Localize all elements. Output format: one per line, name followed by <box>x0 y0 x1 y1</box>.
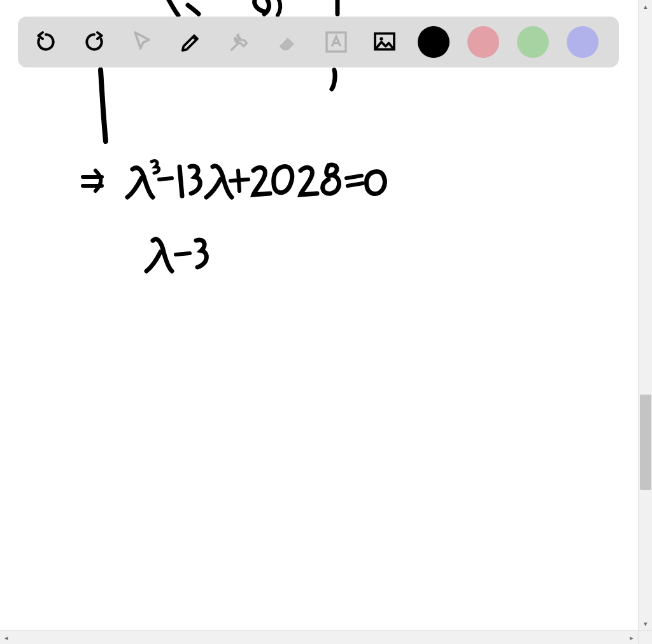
drawing-toolbar <box>18 17 619 67</box>
text-icon <box>323 29 349 55</box>
image-icon <box>372 29 397 55</box>
pencil-icon <box>178 29 204 55</box>
eraser-tool-button[interactable] <box>273 27 303 57</box>
whiteboard-canvas[interactable]: ⇒ λ² − 13λ + 2028 = 0 λ − 3 <box>0 0 637 629</box>
horizontal-scrollbar[interactable]: ◂ ▸ <box>0 630 638 644</box>
redo-button[interactable] <box>79 27 110 57</box>
svg-point-2 <box>379 37 383 40</box>
color-swatch-purple[interactable] <box>567 26 599 58</box>
scroll-right-button[interactable]: ▸ <box>625 631 638 644</box>
eraser-icon <box>275 29 301 55</box>
pencil-tool-button[interactable] <box>176 27 206 57</box>
handwriting-strokes <box>0 0 637 629</box>
text-tool-button[interactable] <box>321 27 351 57</box>
vertical-scroll-thumb[interactable] <box>640 395 651 490</box>
scroll-left-button[interactable]: ◂ <box>0 631 13 644</box>
redo-icon <box>82 29 107 55</box>
tools-button[interactable] <box>224 27 255 57</box>
tools-icon <box>227 29 252 55</box>
scroll-down-button[interactable]: ▾ <box>639 617 652 630</box>
scroll-up-button[interactable]: ▴ <box>639 0 652 13</box>
color-swatch-green[interactable] <box>517 26 549 58</box>
color-swatch-pink[interactable] <box>467 26 499 58</box>
pointer-tool-button[interactable] <box>127 27 158 57</box>
color-swatch-black[interactable] <box>418 26 450 58</box>
image-tool-button[interactable] <box>369 27 400 57</box>
pointer-icon <box>130 29 155 55</box>
undo-button[interactable] <box>31 27 61 57</box>
scrollbar-corner <box>638 630 652 644</box>
undo-icon <box>33 29 59 55</box>
vertical-scrollbar[interactable]: ▴ ▾ <box>638 0 652 630</box>
